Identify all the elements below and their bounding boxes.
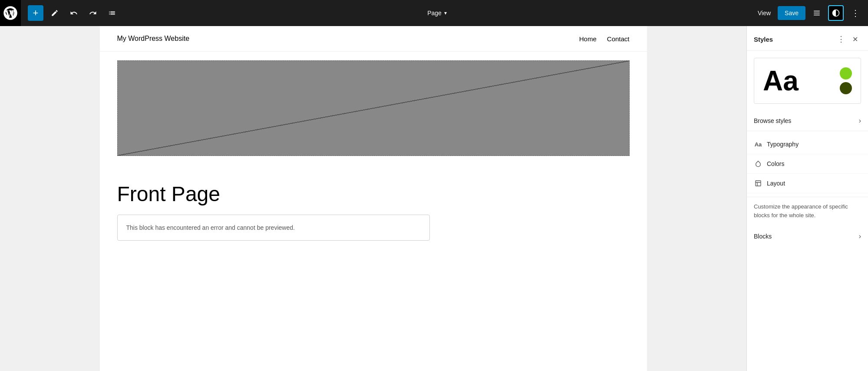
site-header: My WordPress Website Home Contact	[100, 26, 647, 52]
styles-more-button[interactable]: ⋮	[835, 33, 847, 45]
styles-more-icon: ⋮	[837, 34, 845, 44]
browse-styles-label: Browse styles	[754, 117, 791, 124]
style-preview-colors	[840, 67, 852, 94]
nav-home[interactable]: Home	[579, 35, 597, 43]
styles-icon	[832, 9, 840, 17]
main-area: My WordPress Website Home Contact Front …	[0, 26, 868, 371]
color-dot-dark-green	[840, 82, 852, 94]
typography-icon: Aa	[754, 140, 762, 149]
style-item-typography[interactable]: Aa Typography	[747, 135, 868, 154]
page-selector-button[interactable]: Page ▾	[422, 7, 452, 19]
drop-icon	[755, 160, 762, 167]
style-preview-card: Aa	[754, 58, 861, 104]
add-block-button[interactable]: +	[28, 5, 43, 21]
error-text: This block has encountered an error and …	[126, 224, 295, 231]
svg-rect-1	[756, 181, 761, 186]
wp-logo-icon	[3, 5, 18, 21]
styles-panel-actions: ⋮ ✕	[835, 33, 861, 45]
styles-panel-title: Styles	[754, 36, 773, 43]
list-view-icon	[108, 9, 116, 17]
page-heading: Front Page	[117, 182, 630, 206]
styles-toggle-button[interactable]	[828, 5, 844, 21]
toolbar-right: View Save ⋮	[754, 5, 863, 21]
panel-description: Customize the appearance of specific blo…	[747, 197, 868, 225]
styles-close-button[interactable]: ✕	[849, 33, 861, 45]
save-button[interactable]: Save	[778, 6, 805, 20]
view-button[interactable]: View	[754, 7, 774, 19]
redo-button[interactable]	[85, 5, 101, 21]
styles-items: Aa Typography Colors	[747, 131, 868, 197]
layout-label: Layout	[767, 180, 785, 187]
pen-icon	[51, 9, 59, 17]
styles-panel-header: Styles ⋮ ✕	[747, 26, 868, 51]
hero-image-block	[117, 60, 630, 156]
colors-icon	[754, 159, 762, 168]
wp-logo[interactable]	[0, 0, 21, 26]
styles-panel: Styles ⋮ ✕ Aa Browse styles ›	[746, 26, 868, 371]
typography-label: Typography	[767, 141, 799, 148]
chevron-down-icon: ▾	[444, 10, 447, 16]
blocks-label: Blocks	[754, 233, 772, 240]
more-icon: ⋮	[851, 8, 859, 18]
redo-icon	[89, 9, 97, 17]
blocks-chevron: ›	[859, 232, 861, 240]
nav-contact[interactable]: Contact	[607, 35, 630, 43]
style-item-colors[interactable]: Colors	[747, 154, 868, 174]
color-dot-green	[840, 67, 852, 80]
site-title: My WordPress Website	[117, 35, 190, 43]
browse-styles-row[interactable]: Browse styles ›	[747, 111, 868, 131]
layout-svg-icon	[755, 180, 762, 187]
panel-icon	[813, 9, 821, 17]
layout-icon	[754, 179, 762, 188]
style-item-layout[interactable]: Layout	[747, 174, 868, 193]
toolbar: + Page ▾ View Save ⋮	[0, 0, 868, 26]
undo-button[interactable]	[66, 5, 82, 21]
colors-label: Colors	[767, 160, 784, 167]
page-selector-label: Page	[427, 10, 442, 17]
page-canvas: My WordPress Website Home Contact Front …	[100, 26, 647, 371]
more-options-button[interactable]: ⋮	[847, 5, 863, 21]
close-icon: ✕	[852, 35, 858, 43]
undo-icon	[70, 9, 78, 17]
error-block: This block has encountered an error and …	[117, 215, 430, 241]
blocks-row[interactable]: Blocks ›	[747, 226, 868, 246]
list-view-button[interactable]	[104, 5, 120, 21]
site-nav: Home Contact	[579, 35, 630, 43]
canvas-area: My WordPress Website Home Contact Front …	[0, 26, 746, 371]
style-preview-text: Aa	[763, 67, 799, 95]
panel-toggle-button[interactable]	[809, 5, 825, 21]
page-selector-area: Page ▾	[123, 7, 751, 19]
browse-styles-chevron: ›	[859, 117, 861, 125]
page-content: Front Page This block has encountered an…	[100, 165, 647, 249]
pen-button[interactable]	[47, 5, 63, 21]
